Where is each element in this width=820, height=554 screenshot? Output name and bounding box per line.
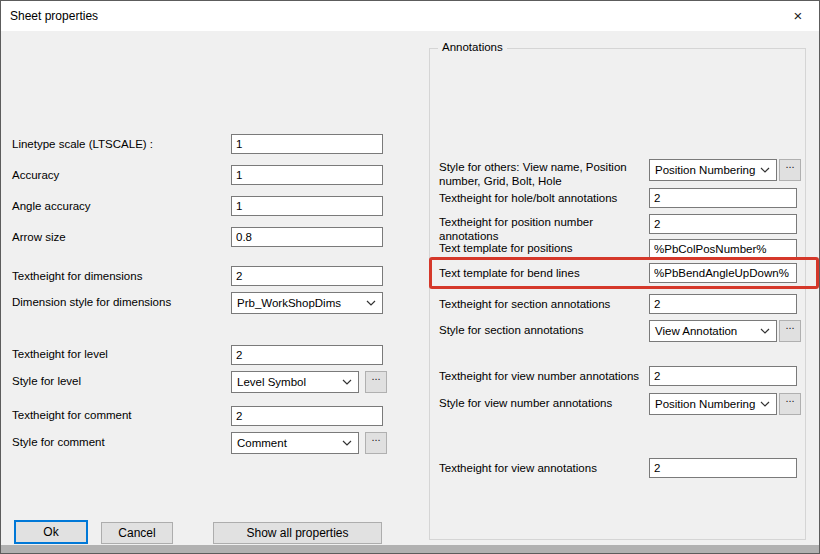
style-level-label: Style for level — [12, 374, 81, 388]
chevron-down-icon — [339, 440, 355, 446]
textheight-viewnumber-label: Textheight for view number annotations — [439, 369, 639, 383]
dialog-bottom-edge — [1, 545, 819, 553]
style-level-dropdown[interactable]: Level Symbol — [231, 371, 359, 393]
dimension-style-dropdown[interactable]: Prb_WorkShopDims — [231, 292, 383, 314]
sheet-properties-dialog: Sheet properties × Linetype scale (LTSCA… — [0, 0, 820, 554]
dropdown-value: View Annotation — [650, 325, 757, 337]
textheight-posnumber-input[interactable] — [649, 214, 797, 234]
text-template-bendlines-label: Text template for bend lines — [439, 266, 580, 280]
accuracy-label: Accuracy — [12, 168, 59, 182]
dropdown-value: Level Symbol — [232, 376, 339, 388]
angle-accuracy-input[interactable] — [231, 196, 383, 216]
chevron-down-icon — [363, 300, 379, 306]
cancel-button[interactable]: Cancel — [101, 522, 173, 544]
style-others-browse-button[interactable]: ... — [779, 159, 801, 181]
accuracy-input[interactable] — [231, 165, 383, 185]
textheight-posnumber-label: Textheight for position number annotatio… — [439, 215, 647, 243]
linetype-scale-label: Linetype scale (LTSCALE) : — [12, 137, 153, 151]
dropdown-value: Position Numbering — [650, 398, 757, 410]
textheight-dimensions-input[interactable] — [231, 266, 383, 286]
chevron-down-icon — [757, 328, 773, 334]
dimension-style-label: Dimension style for dimensions — [12, 295, 171, 309]
textheight-holebolt-input[interactable] — [649, 188, 797, 208]
chevron-down-icon — [757, 401, 773, 407]
linetype-scale-input[interactable] — [231, 134, 383, 154]
textheight-comment-input[interactable] — [231, 406, 383, 426]
style-comment-browse-button[interactable]: ... — [365, 432, 387, 454]
textheight-comment-label: Textheight for comment — [12, 408, 132, 422]
show-all-properties-button[interactable]: Show all properties — [213, 522, 382, 544]
chevron-down-icon — [339, 379, 355, 385]
text-template-positions-label: Text template for positions — [439, 241, 573, 255]
style-others-label: Style for others: View name, Position nu… — [439, 160, 647, 188]
close-icon[interactable]: × — [781, 1, 815, 29]
title-bar: Sheet properties × — [1, 1, 819, 31]
arrow-size-label: Arrow size — [12, 230, 66, 244]
style-others-dropdown[interactable]: Position Numbering — [649, 159, 777, 181]
dropdown-value: Position Numbering — [650, 164, 757, 176]
textheight-viewnumber-input[interactable] — [649, 366, 797, 386]
style-section-label: Style for section annotations — [439, 323, 583, 337]
style-viewnumber-dropdown[interactable]: Position Numbering — [649, 393, 777, 415]
dialog-title: Sheet properties — [10, 9, 98, 23]
style-viewnumber-browse-button[interactable]: ... — [779, 393, 801, 415]
chevron-down-icon — [757, 167, 773, 173]
style-comment-label: Style for comment — [12, 435, 105, 449]
angle-accuracy-label: Angle accuracy — [12, 199, 91, 213]
textheight-view-input[interactable] — [649, 458, 797, 478]
textheight-level-input[interactable] — [231, 345, 383, 365]
style-viewnumber-label: Style for view number annotations — [439, 396, 612, 410]
text-template-positions-input[interactable] — [649, 239, 797, 258]
dropdown-value: Prb_WorkShopDims — [232, 297, 363, 309]
arrow-size-input[interactable] — [231, 227, 383, 247]
textheight-section-label: Textheight for section annotations — [439, 297, 610, 311]
annotations-group-title: Annotations — [438, 41, 507, 53]
text-template-bendlines-input[interactable] — [649, 263, 797, 283]
textheight-holebolt-label: Textheight for hole/bolt annotations — [439, 191, 617, 205]
style-comment-dropdown[interactable]: Comment — [231, 432, 359, 454]
textheight-view-label: Textheight for view annotations — [439, 461, 597, 475]
style-section-browse-button[interactable]: ... — [779, 320, 801, 342]
ok-button[interactable]: Ok — [14, 520, 88, 544]
textheight-section-input[interactable] — [649, 294, 797, 314]
dropdown-value: Comment — [232, 437, 339, 449]
style-section-dropdown[interactable]: View Annotation — [649, 320, 777, 342]
textheight-dimensions-label: Textheight for dimensions — [12, 269, 142, 283]
style-level-browse-button[interactable]: ... — [365, 371, 387, 393]
textheight-level-label: Textheight for level — [12, 347, 108, 361]
